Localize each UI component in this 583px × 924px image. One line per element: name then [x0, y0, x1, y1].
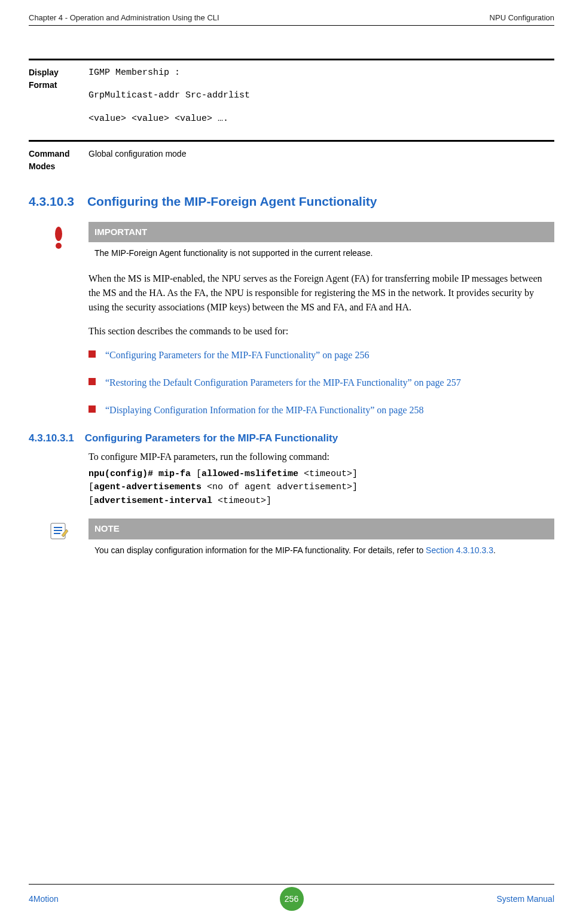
note-body-prefix: You can display configuration informatio… [94, 545, 426, 555]
important-box: IMPORTANT The MIP-Foreign Agent function… [29, 222, 554, 261]
header-right: NPU Configuration [490, 12, 554, 24]
svg-point-1 [56, 243, 62, 249]
note-icon [48, 521, 69, 541]
important-content: IMPORTANT The MIP-Foreign Agent function… [88, 222, 554, 261]
note-box: NOTE You can display configuration infor… [29, 519, 554, 558]
bullet-square-icon [88, 378, 96, 385]
cmd-seg: <timeout>] [218, 496, 271, 506]
page-number-badge: 256 [280, 887, 304, 911]
cmd-seg: <timeout>] [304, 469, 358, 479]
note-body: You can display configuration informatio… [88, 539, 554, 558]
note-body-suffix: . [493, 545, 496, 555]
page-number: 256 [280, 887, 304, 911]
table-rule-top [29, 59, 554, 60]
section-number: 4.3.10.3 [29, 192, 74, 211]
page: Chapter 4 - Operation and Administration… [0, 0, 583, 924]
command-modes-value: Global configuration mode [88, 148, 554, 173]
bullet-link-2[interactable]: “Restoring the Default Configuration Par… [105, 376, 461, 390]
bullet-square-icon [88, 405, 96, 413]
command-syntax: npu(config)# mip-fa [allowed-mslifetime … [88, 468, 554, 508]
footer-right: System Manual [435, 893, 554, 905]
table-row: Display Format IGMP Membership : GrpMult… [29, 66, 554, 136]
important-icon [51, 227, 66, 251]
section-title: Configuring the MIP-Foreign Agent Functi… [87, 192, 377, 211]
paragraph-3: To configure MIP-FA parameters, run the … [88, 450, 554, 464]
header-rule [29, 25, 554, 26]
cmd-seg: npu(config)# mip-fa [88, 469, 196, 479]
header-left: Chapter 4 - Operation and Administration… [29, 12, 219, 24]
display-format-block: Display Format IGMP Membership : GrpMult… [29, 59, 554, 173]
section-4-3-10-3-heading: 4.3.10.3 Configuring the MIP-Foreign Age… [29, 192, 554, 211]
footer-left: 4Motion [29, 893, 148, 905]
bullet-item-2: “Restoring the Default Configuration Par… [88, 376, 554, 390]
cmd-seg: [ [88, 482, 94, 492]
cmd-seg: <no of agent advertisement>] [207, 482, 358, 492]
table-rule-bottom [29, 140, 554, 142]
subsection-number: 4.3.10.3.1 [29, 431, 74, 446]
bullet-link-1[interactable]: “Configuring Parameters for the MIP-FA F… [105, 348, 369, 362]
subsection-title: Configuring Parameters for the MIP-FA Fu… [85, 431, 338, 446]
note-heading: NOTE [88, 519, 554, 539]
section-4-3-10-3-1-heading: 4.3.10.3.1 Configuring Parameters for th… [29, 431, 554, 446]
display-format-content: IGMP Membership : GrpMulticast-addr Src-… [88, 66, 554, 136]
paragraph-2: This section describes the commands to b… [88, 324, 554, 339]
page-footer: 4Motion 256 System Manual [29, 884, 554, 911]
display-format-line1: IGMP Membership : [88, 66, 554, 80]
note-content: NOTE You can display configuration infor… [88, 519, 554, 558]
bullet-link-3[interactable]: “Displaying Configuration Information fo… [105, 403, 424, 417]
cmd-seg: advertisement-interval [94, 496, 218, 506]
display-format-label: Display Format [29, 66, 88, 136]
display-format-line3: <value> <value> <value> …. [88, 112, 554, 126]
cmd-seg: allowed-mslifetime [202, 469, 304, 479]
footer-rule [29, 884, 554, 885]
cmd-seg: [ [88, 496, 94, 506]
cmd-seg: agent-advertisements [94, 482, 207, 492]
page-header: Chapter 4 - Operation and Administration… [29, 0, 554, 24]
paragraph-1: When the MS is MIP-enabled, the NPU serv… [88, 272, 554, 315]
table-row: Command Modes Global configuration mode [29, 148, 554, 173]
cmd-seg: [ [196, 469, 202, 479]
bullet-item-3: “Displaying Configuration Information fo… [88, 403, 554, 417]
important-body: The MIP-Foreign Agent functionality is n… [88, 242, 554, 261]
important-icon-cell [29, 222, 88, 261]
footer-inner: 4Motion 256 System Manual [29, 887, 554, 911]
display-format-line2: GrpMulticast-addr Src-addrlist [88, 89, 554, 103]
bullet-item-1: “Configuring Parameters for the MIP-FA F… [88, 348, 554, 362]
note-link[interactable]: Section 4.3.10.3.3 [426, 545, 493, 555]
bullet-square-icon [88, 350, 96, 358]
important-heading: IMPORTANT [88, 222, 554, 243]
svg-point-0 [55, 227, 62, 241]
command-modes-label: Command Modes [29, 148, 88, 173]
note-icon-cell [29, 519, 88, 558]
